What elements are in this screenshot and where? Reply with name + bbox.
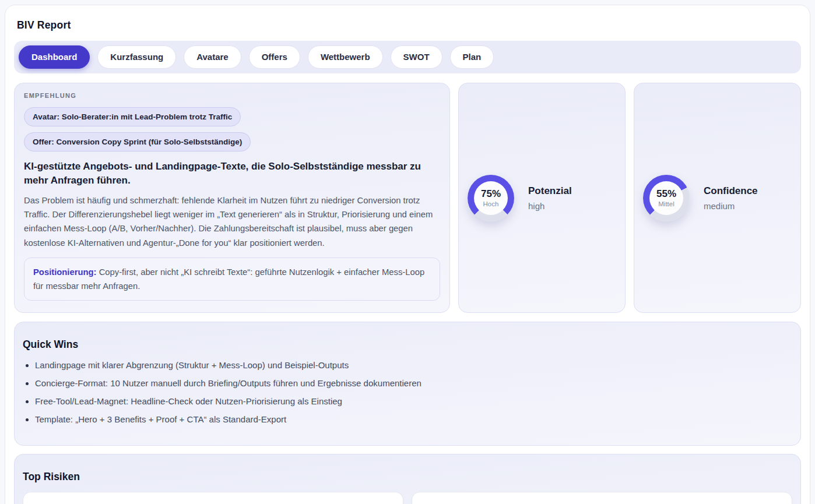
tab-dashboard[interactable]: Dashboard bbox=[19, 45, 90, 69]
potenzial-donut-chart: 75% Hoch bbox=[468, 175, 514, 221]
tab-avatare[interactable]: Avatare bbox=[184, 45, 241, 69]
quick-win-item: Concierge-Format: 10 Nutzer manuell durc… bbox=[35, 377, 792, 390]
quick-win-item: Free-Tool/Lead-Magnet: Headline-Check od… bbox=[35, 395, 792, 408]
risk-card: Nutzer sehen keinen klaren Mehrwert gege… bbox=[23, 492, 403, 504]
risk-card: Messbare“ Conversion-Lifts sind wegen we… bbox=[412, 492, 792, 504]
recommendation-badges: Avatar: Solo-Berater:in mit Lead-Problem… bbox=[24, 107, 440, 151]
positioning-label: Positionierung: bbox=[33, 267, 97, 277]
potenzial-card: 75% Hoch Potenzial high bbox=[458, 83, 626, 313]
top-risks-title: Top Risiken bbox=[23, 471, 792, 483]
confidence-subtitle: medium bbox=[704, 201, 758, 211]
tab-wettbewerb[interactable]: Wettbewerb bbox=[308, 45, 383, 69]
quick-win-item: Template: „Hero + 3 Benefits + Proof + C… bbox=[35, 413, 792, 426]
confidence-level: Mittel bbox=[658, 200, 674, 207]
quick-win-item: Landingpage mit klarer Abgrenzung (Struk… bbox=[35, 359, 792, 372]
potenzial-title: Potenzial bbox=[528, 185, 572, 197]
recommendation-card: EMPFEHLUNG Avatar: Solo-Berater:in mit L… bbox=[14, 83, 450, 313]
potenzial-text: Potenzial high bbox=[528, 185, 572, 211]
report-card: BIV Report Dashboard Kurzfassung Avatare… bbox=[5, 5, 810, 504]
avatar-badge: Avatar: Solo-Berater:in mit Lead-Problem… bbox=[24, 107, 241, 126]
confidence-donut-center: 55% Mittel bbox=[649, 181, 683, 215]
potenzial-donut-center: 75% Hoch bbox=[474, 181, 508, 215]
tab-bar: Dashboard Kurzfassung Avatare Offers Wet… bbox=[14, 41, 801, 73]
page-title: BIV Report bbox=[17, 19, 801, 31]
quick-wins-section: Quick Wins Landingpage mit klarer Abgren… bbox=[14, 322, 801, 446]
confidence-text: Confidence medium bbox=[704, 185, 758, 211]
potenzial-level: Hoch bbox=[483, 200, 499, 207]
potenzial-subtitle: high bbox=[528, 201, 572, 211]
tab-plan[interactable]: Plan bbox=[450, 45, 494, 69]
top-risks-section: Top Risiken Nutzer sehen keinen klaren M… bbox=[14, 454, 801, 504]
offer-badge: Offer: Conversion Copy Sprint (für Solo-… bbox=[24, 132, 251, 151]
risk-grid: Nutzer sehen keinen klaren Mehrwert gege… bbox=[23, 492, 792, 504]
tab-offers[interactable]: Offers bbox=[249, 45, 300, 69]
top-row: EMPFEHLUNG Avatar: Solo-Berater:in mit L… bbox=[14, 83, 801, 313]
recommendation-headline: KI-gestützte Angebots- und Landingpage-T… bbox=[24, 160, 435, 188]
potenzial-percent: 75% bbox=[481, 188, 501, 200]
confidence-title: Confidence bbox=[704, 185, 758, 197]
confidence-percent: 55% bbox=[656, 188, 676, 200]
quick-wins-title: Quick Wins bbox=[23, 339, 792, 351]
recommendation-body: Das Problem ist häufig und schmerzhaft: … bbox=[24, 193, 440, 250]
positioning-box: Positionierung: Copy-first, aber nicht „… bbox=[24, 258, 440, 301]
confidence-card: 55% Mittel Confidence medium bbox=[634, 83, 801, 313]
confidence-donut-chart: 55% Mittel bbox=[643, 175, 690, 221]
tab-swot[interactable]: SWOT bbox=[391, 45, 442, 69]
quick-wins-list: Landingpage mit klarer Abgrenzung (Struk… bbox=[23, 359, 792, 426]
tab-kurzfassung[interactable]: Kurzfassung bbox=[97, 45, 176, 69]
recommendation-label: EMPFEHLUNG bbox=[24, 92, 440, 99]
